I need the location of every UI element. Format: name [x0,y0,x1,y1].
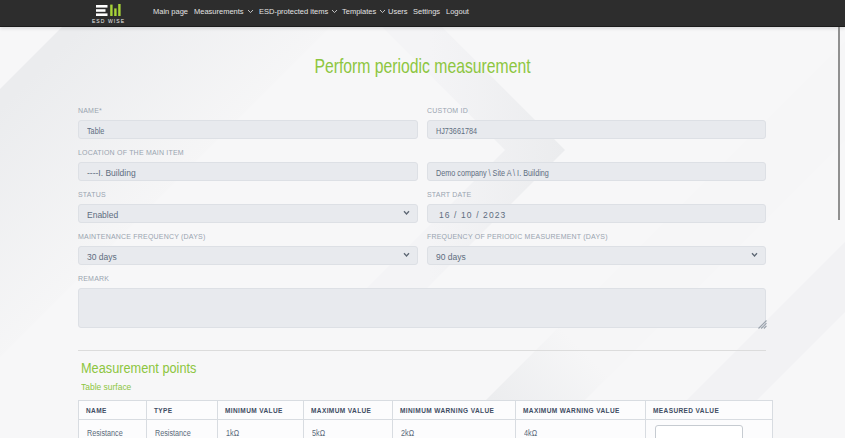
svg-text:ESD WISE: ESD WISE [92,18,125,24]
